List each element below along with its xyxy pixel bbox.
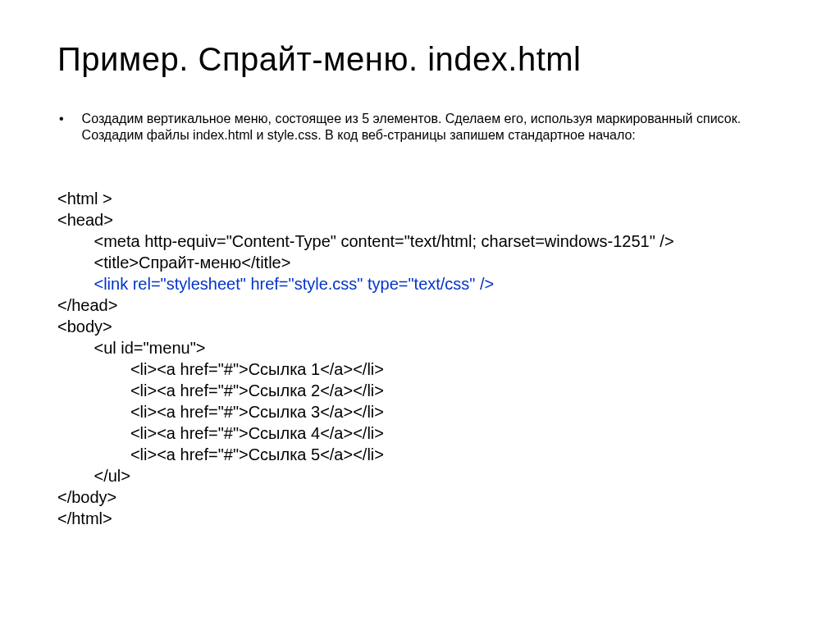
code-line: <head> xyxy=(57,211,113,229)
code-line: <li><a href="#">Ссылка 5</a></li> xyxy=(57,445,384,463)
code-line: <li><a href="#">Ссылка 1</a></li> xyxy=(57,360,384,378)
bullet-icon: • xyxy=(57,111,82,127)
code-line: <li><a href="#">Ссылка 2</a></li> xyxy=(57,381,384,399)
code-block: <html > <head> <meta http-equiv="Content… xyxy=(57,167,783,529)
code-line: </ul> xyxy=(57,467,130,485)
code-line: <title>Спрайт-меню</title> xyxy=(57,253,290,272)
code-line: <li><a href="#">Ссылка 3</a></li> xyxy=(57,403,384,421)
code-line: <li><a href="#">Ссылка 4</a></li> xyxy=(57,424,384,442)
intro-text: Создадим вертикальное меню, состоящее из… xyxy=(82,111,783,144)
code-line: </body> xyxy=(57,488,116,506)
code-line: <body> xyxy=(57,317,112,336)
intro-row: • Создадим вертикальное меню, состоящее … xyxy=(57,111,783,144)
code-line: <html > xyxy=(57,189,112,208)
slide-title: Пример. Спрайт-меню. index.html xyxy=(57,41,783,78)
code-line-link: <link rel="stylesheet" href="style.css" … xyxy=(57,275,494,293)
code-line: <ul id="menu"> xyxy=(57,339,205,357)
slide: Пример. Спрайт-меню. index.html • Создад… xyxy=(0,0,840,529)
code-line: </html> xyxy=(57,509,112,527)
code-line: <meta http-equiv="Content-Type" content=… xyxy=(57,232,674,250)
code-line: </head> xyxy=(57,296,117,314)
